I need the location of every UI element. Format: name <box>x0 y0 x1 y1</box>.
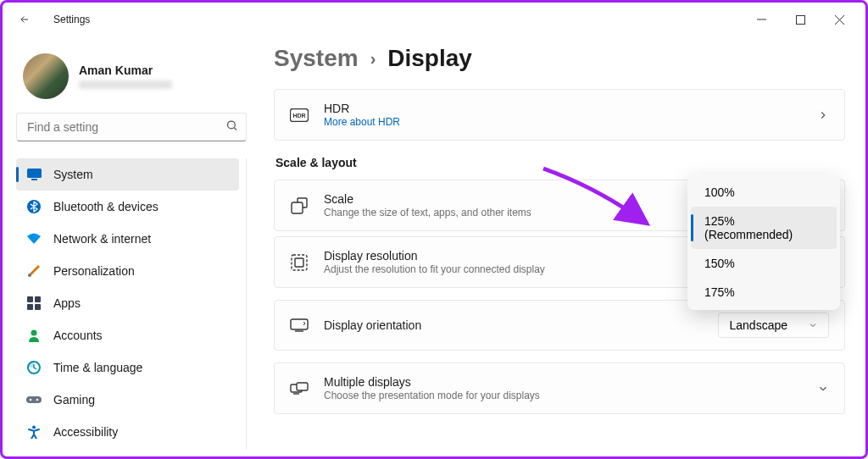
scale-icon <box>290 196 309 215</box>
sidebar-item-network[interactable]: Network & internet <box>16 223 239 255</box>
breadcrumb-separator: › <box>370 49 376 69</box>
chevron-down-icon <box>817 383 829 395</box>
search-icon <box>225 119 238 135</box>
maximize-button[interactable] <box>781 6 820 33</box>
system-icon <box>26 167 42 182</box>
svg-rect-8 <box>35 296 41 302</box>
brush-icon <box>26 263 42 279</box>
svg-rect-1 <box>796 15 804 24</box>
multiple-title: Multiple displays <box>324 375 802 389</box>
orientation-title: Display orientation <box>324 318 703 332</box>
svg-point-11 <box>31 330 37 336</box>
breadcrumb-parent[interactable]: System <box>274 45 359 72</box>
scale-option-150[interactable]: 150% <box>691 249 837 278</box>
back-button[interactable] <box>9 4 40 35</box>
svg-text:HDR: HDR <box>292 113 305 119</box>
sidebar-item-gaming[interactable]: Gaming <box>16 384 239 416</box>
orientation-value: Landscape <box>729 318 787 332</box>
sidebar-item-bluetooth[interactable]: Bluetooth & devices <box>16 191 239 223</box>
scale-option-100[interactable]: 100% <box>691 178 837 207</box>
svg-rect-20 <box>292 255 307 270</box>
svg-point-16 <box>32 426 36 429</box>
hdr-card[interactable]: HDR HDR More about HDR <box>274 89 845 141</box>
sidebar-label: Gaming <box>53 393 95 406</box>
search-input[interactable] <box>16 113 247 141</box>
sidebar-label: Bluetooth & devices <box>53 200 159 213</box>
sidebar-label: System <box>53 168 93 181</box>
breadcrumb: System › Display <box>274 45 845 72</box>
sidebar-item-accounts[interactable]: Accounts <box>16 319 239 351</box>
svg-rect-3 <box>27 169 42 178</box>
hdr-title: HDR <box>324 102 802 115</box>
svg-point-14 <box>30 399 32 401</box>
orientation-icon <box>290 316 309 335</box>
sidebar-label: Accounts <box>53 329 103 342</box>
svg-rect-9 <box>27 304 33 310</box>
svg-point-2 <box>228 121 236 129</box>
accounts-icon <box>26 328 42 343</box>
svg-point-15 <box>36 399 39 401</box>
scale-dropdown: 100% 125% (Recommended) 150% 175% <box>687 174 840 310</box>
svg-rect-24 <box>297 383 308 390</box>
resolution-sub: Adjust the resolution to fit your connec… <box>324 263 708 275</box>
wifi-icon <box>26 231 42 246</box>
scale-option-125[interactable]: 125% (Recommended) <box>691 207 837 249</box>
section-scale-layout: Scale & layout <box>275 156 845 169</box>
svg-rect-10 <box>35 304 41 310</box>
svg-rect-19 <box>292 202 303 213</box>
resolution-icon <box>290 253 309 272</box>
hdr-icon: HDR <box>290 106 309 124</box>
gamepad-icon <box>26 392 42 407</box>
multiple-displays-icon <box>290 379 309 398</box>
apps-icon <box>26 296 42 311</box>
sidebar-item-system[interactable]: System <box>16 158 239 191</box>
sidebar-label: Accessibility <box>53 425 118 439</box>
sidebar-label: Time & language <box>53 361 142 374</box>
sidebar-item-time[interactable]: Time & language <box>16 351 239 384</box>
search-container <box>16 113 247 141</box>
sidebar-label: Personalization <box>53 264 135 278</box>
sidebar-label: Apps <box>53 296 81 310</box>
accessibility-icon <box>26 424 42 440</box>
hdr-link[interactable]: More about HDR <box>324 116 802 128</box>
multiple-sub: Choose the presentation mode for your di… <box>324 390 802 401</box>
resolution-title: Display resolution <box>324 249 708 263</box>
svg-rect-13 <box>26 396 42 403</box>
profile-email-blurred <box>79 80 172 89</box>
svg-point-6 <box>28 274 31 277</box>
clock-icon <box>26 360 42 375</box>
window-title: Settings <box>53 14 90 25</box>
sidebar-item-apps[interactable]: Apps <box>16 287 239 319</box>
bluetooth-icon <box>26 199 42 214</box>
avatar <box>23 53 69 99</box>
svg-rect-22 <box>291 319 308 329</box>
orientation-select[interactable]: Landscape <box>718 312 829 338</box>
svg-rect-7 <box>27 296 33 302</box>
multiple-displays-card[interactable]: Multiple displays Choose the presentatio… <box>274 362 845 414</box>
minimize-button[interactable] <box>742 6 781 33</box>
svg-rect-4 <box>31 179 37 180</box>
sidebar-item-accessibility[interactable]: Accessibility <box>16 416 239 448</box>
svg-rect-21 <box>295 258 303 267</box>
chevron-right-icon <box>817 109 829 121</box>
profile[interactable]: Aman Kumar <box>16 43 247 113</box>
close-button[interactable] <box>820 6 859 33</box>
sidebar-label: Network & internet <box>53 232 151 246</box>
profile-name: Aman Kumar <box>79 64 172 77</box>
sidebar-item-personalization[interactable]: Personalization <box>16 255 239 287</box>
scale-option-175[interactable]: 175% <box>691 278 837 307</box>
chevron-down-icon <box>808 320 818 330</box>
breadcrumb-current: Display <box>387 45 472 72</box>
